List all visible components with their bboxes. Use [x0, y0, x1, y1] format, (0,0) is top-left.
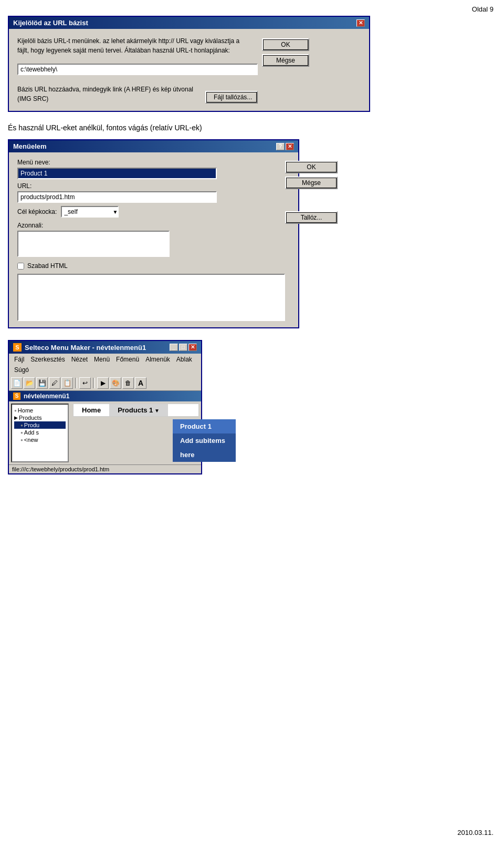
- statusbar-text: file:///c:/tewebhely/products/prod1.htm: [12, 466, 109, 472]
- tree-item-product1[interactable]: ● Produ: [14, 421, 66, 429]
- toolbar-sep2: [93, 378, 95, 388]
- dialog2-titlebar: Menüelem ? ✕: [9, 140, 298, 152]
- menu-fajl[interactable]: Fájl: [11, 355, 27, 364]
- dialog3-close-button[interactable]: ✕: [188, 344, 197, 351]
- menu-fomenu[interactable]: Főmenü: [113, 355, 142, 364]
- toolbar-sep1: [75, 378, 77, 388]
- dialog2-free-html-label: Szabad HTML: [27, 262, 68, 270]
- dialog2-html-textarea[interactable]: [17, 274, 285, 321]
- section-text: És használ URL-eket anélkül, fontos vágá…: [8, 123, 504, 132]
- preview-home[interactable]: Home: [74, 404, 109, 416]
- dialog1-ok-button[interactable]: OK: [262, 38, 309, 51]
- tree-product1-label: Produ: [24, 422, 39, 428]
- dialog2-close-button[interactable]: ✕: [286, 143, 294, 150]
- app-icon: S: [13, 343, 22, 352]
- toolbar-save[interactable]: 💾: [36, 377, 48, 389]
- dialog2-html-area: [17, 274, 285, 321]
- toolbar-undo[interactable]: ↩: [79, 377, 91, 389]
- dialog2-url-label: URL:: [17, 182, 285, 190]
- dropdown-here[interactable]: here: [173, 448, 236, 462]
- dialog2-url-input[interactable]: [17, 191, 217, 203]
- app-content: ● Home ▶ Products ● Produ ● Add s ● <new: [9, 401, 201, 464]
- preview-menubar: Home Products 1: [73, 404, 199, 417]
- tree-item-adds[interactable]: ● Add s: [14, 429, 66, 436]
- app-menubar-2: Súgó: [9, 365, 201, 376]
- dialog1-titlebar: Kijelölöd az URL bázist ✕: [9, 17, 369, 29]
- dialog2-browse-button[interactable]: Tallóz...: [285, 211, 338, 224]
- tree-adds-icon: ●: [20, 430, 23, 435]
- dialog-menu-maker: S Selteco Menu Maker - névtelenmenü1 _ □…: [8, 340, 202, 474]
- toolbar-color[interactable]: 🎨: [110, 377, 121, 389]
- dialog2-free-html-row: Szabad HTML: [17, 262, 285, 270]
- preview-dropdown: Product 1 Add subitems here: [173, 419, 236, 462]
- dialog2-left: Menü neve: URL: Cél képkocka: _self _bla…: [17, 159, 285, 321]
- app-tree: ● Home ▶ Products ● Produ ● Add s ● <new: [11, 404, 69, 462]
- dialog2-target-select[interactable]: _self _blank _top _parent: [61, 206, 119, 218]
- dialog2-menu-name-input[interactable]: [17, 168, 217, 179]
- toolbar-font[interactable]: A: [135, 377, 146, 389]
- tree-products-label: Products: [19, 415, 41, 421]
- tree-home-icon: ●: [14, 408, 17, 413]
- dialog2-help-button[interactable]: ?: [276, 143, 285, 150]
- tree-new-icon: ●: [20, 438, 23, 442]
- dialog2-ok-button[interactable]: OK: [285, 161, 338, 173]
- dialog2-azonnali-box: [17, 231, 170, 257]
- toolbar-copy[interactable]: 📋: [61, 377, 73, 389]
- tree-products-arrow-icon: ▶: [14, 415, 18, 420]
- date-label: 2010.03.11.: [457, 829, 494, 836]
- dialog1-cancel-button[interactable]: Mégse: [262, 54, 309, 67]
- dropdown-product1[interactable]: Product 1: [173, 419, 236, 433]
- inner-app-icon: S: [13, 392, 20, 400]
- dialog2-target-select-wrapper: _self _blank _top _parent ▼: [61, 206, 119, 218]
- inner-title-label: névtelenmenü1: [24, 392, 69, 400]
- app-menubar: Fájl Szerkesztés Nézet Menü Főmenü Almen…: [9, 354, 201, 365]
- dialog3-maximize-button[interactable]: □: [179, 344, 187, 351]
- dialog3-titlebar: S Selteco Menu Maker - névtelenmenü1 _ □…: [9, 341, 201, 354]
- app-inner-title: S névtelenmenü1: [9, 391, 201, 401]
- dialog1-url-input[interactable]: [17, 64, 258, 75]
- menu-nezet[interactable]: Nézet: [68, 355, 91, 364]
- menu-ablak[interactable]: Ablak: [173, 355, 195, 364]
- dialog-url-base: Kijelölöd az URL bázist ✕ Kijelöli bázis…: [8, 16, 370, 112]
- app-toolbar: 📄 📂 💾 🖊 📋 ↩ ▶ 🎨 🗑 A: [9, 376, 201, 391]
- toolbar-play[interactable]: ▶: [97, 377, 109, 389]
- tree-item-home[interactable]: ● Home: [14, 407, 66, 414]
- app-statusbar: file:///c:/tewebhely/products/prod1.htm: [9, 464, 201, 473]
- menu-sugo[interactable]: Súgó: [11, 365, 32, 375]
- tree-product1-icon: ●: [20, 423, 23, 428]
- toolbar-delete[interactable]: 🗑: [122, 377, 134, 389]
- tree-new-label: <new: [24, 437, 38, 443]
- dialog1-title: Kijelölöd az URL bázist: [13, 19, 88, 27]
- dialog1-close-button[interactable]: ✕: [356, 19, 365, 27]
- dialog2-target-label: Cél képkocka:: [17, 208, 57, 215]
- dialog-menu-item: Menüelem ? ✕ Menü neve: URL:: [8, 139, 299, 328]
- dialog2-cancel-button[interactable]: Mégse: [285, 177, 338, 189]
- app-preview: Home Products 1 Product 1 Add subitems h…: [71, 401, 201, 464]
- dialog2-free-html-checkbox[interactable]: [17, 263, 24, 270]
- dialog1-base-note: Bázis URL hozzáadva, mindegyik link (A H…: [17, 85, 205, 104]
- page-number: Oldal 9: [472, 5, 494, 13]
- dialog2-buttons: OK Mégse Tallóz...: [285, 159, 338, 321]
- tree-item-products[interactable]: ▶ Products: [14, 414, 66, 421]
- toolbar-edit[interactable]: 🖊: [49, 377, 60, 389]
- dialog3-minimize-button[interactable]: _: [170, 344, 178, 351]
- dialog3-title: Selteco Menu Maker - névtelenmenü1: [25, 344, 146, 352]
- dropdown-add-subitems[interactable]: Add subitems: [173, 433, 236, 448]
- preview-products1[interactable]: Products 1: [109, 404, 168, 416]
- menu-almenuk[interactable]: Almenük: [142, 355, 173, 364]
- tree-home-label: Home: [18, 407, 33, 414]
- tree-adds-label: Add s: [24, 429, 39, 436]
- menu-szerkesztes[interactable]: Szerkesztés: [27, 355, 68, 364]
- tree-item-new[interactable]: ● <new: [14, 436, 66, 443]
- dialog1-browse-button[interactable]: Fájl tallózás...: [205, 91, 258, 104]
- dialog1-description: Kijelöli bázis URL-t menüinek. az lehet …: [17, 36, 258, 55]
- toolbar-open[interactable]: 📂: [24, 377, 35, 389]
- toolbar-new[interactable]: 📄: [11, 377, 23, 389]
- menu-menu[interactable]: Menü: [91, 355, 113, 364]
- dialog2-menu-name-label: Menü neve:: [17, 159, 285, 166]
- dialog2-azonnali-label: Azonnali:: [17, 222, 285, 229]
- dialog2-title: Menüelem: [13, 142, 47, 150]
